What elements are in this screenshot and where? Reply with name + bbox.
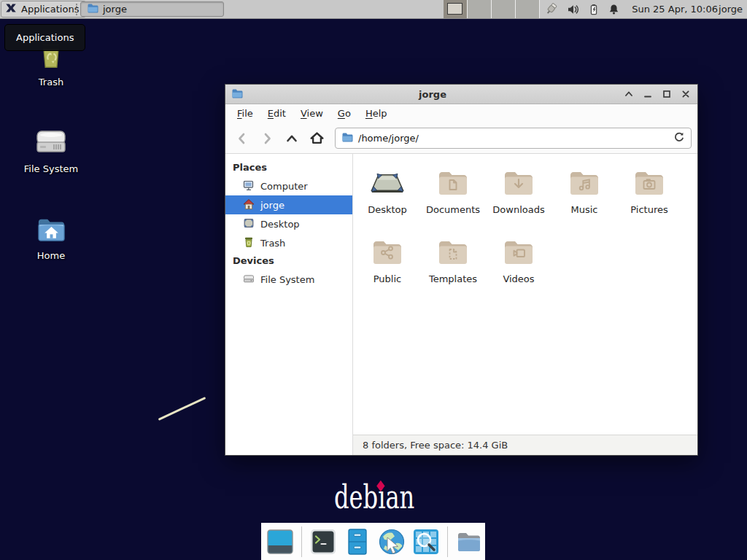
menu-go[interactable]: Go — [330, 104, 358, 123]
titlebar[interactable]: jorge — [225, 85, 697, 104]
file-label: Public — [374, 273, 401, 284]
file-public[interactable]: Public — [355, 235, 420, 284]
pictures-folder-icon — [616, 166, 682, 201]
desktop-icon-label: Home — [37, 250, 65, 261]
back-button[interactable] — [231, 128, 253, 149]
status-bar: 8 folders, Free space: 14.4 GiB — [353, 435, 697, 455]
battery-icon[interactable] — [588, 3, 600, 16]
file-label: Documents — [426, 204, 480, 215]
debian-logo-text: debian — [334, 478, 414, 516]
desktop: debian Trash File System — [0, 0, 747, 560]
templates-folder-icon — [420, 235, 486, 270]
close-button[interactable] — [679, 88, 692, 101]
sidebar-item-jorge[interactable]: jorge — [225, 195, 352, 214]
sidebar-item-label: Computer — [260, 181, 308, 192]
taskbar-window-label: jorge — [103, 4, 127, 15]
volume-icon[interactable] — [567, 3, 580, 16]
file-label: Pictures — [630, 204, 667, 215]
path-bar[interactable]: /home/jorge/ — [335, 128, 692, 149]
stray-line-artifact — [158, 397, 206, 421]
music-folder-icon — [551, 166, 617, 201]
maximize-button[interactable] — [660, 88, 673, 101]
applications-tooltip: Applications — [4, 24, 85, 51]
debian-wallpaper-logo: debian — [334, 478, 414, 516]
dock-separator — [447, 526, 448, 557]
sidebar: Places Computer jorge Desktop Trash — [225, 154, 353, 455]
panel-handle[interactable] — [76, 4, 77, 15]
sidebar-devices-header: Devices — [225, 252, 352, 270]
shade-button[interactable] — [622, 88, 635, 101]
minimize-button[interactable] — [641, 88, 654, 101]
file-desktop[interactable]: Desktop — [355, 166, 420, 215]
videos-folder-icon — [486, 235, 551, 270]
trash-icon — [243, 236, 255, 250]
workspace-3[interactable] — [492, 0, 516, 18]
sidebar-item-label: Desktop — [260, 219, 300, 230]
workspace-4[interactable] — [516, 0, 540, 18]
system-tray — [544, 0, 620, 18]
terminal-icon[interactable] — [309, 527, 338, 556]
desktop-icon-label: File System — [24, 163, 78, 174]
file-pictures[interactable]: Pictures — [616, 166, 682, 215]
sidebar-item-label: Trash — [260, 238, 285, 249]
main-pane: Desktop Documents Downloads — [353, 154, 697, 455]
sidebar-item-label: File System — [260, 274, 314, 285]
xfce-logo-icon — [4, 1, 18, 17]
menu-file[interactable]: File — [230, 104, 260, 123]
applications-label: Applications — [21, 4, 79, 15]
web-browser-icon[interactable] — [377, 527, 406, 556]
workspace-2[interactable] — [468, 0, 492, 18]
toolbar: /home/jorge/ — [225, 123, 697, 154]
window-content: Places Computer jorge Desktop Trash — [225, 154, 697, 455]
sidebar-item-computer[interactable]: Computer — [225, 176, 352, 195]
file-documents[interactable]: Documents — [420, 166, 486, 215]
file-music[interactable]: Music — [551, 166, 617, 215]
home-folder-icon — [20, 212, 82, 246]
menu-view[interactable]: View — [293, 104, 330, 123]
file-videos[interactable]: Videos — [486, 235, 551, 284]
forward-button[interactable] — [256, 128, 278, 149]
top-panel: Applications jorge — [0, 0, 747, 19]
downloads-folder-icon — [486, 166, 551, 201]
sidebar-item-label: jorge — [260, 200, 285, 211]
directory-menu-icon[interactable] — [454, 527, 484, 556]
sidebar-item-desktop[interactable]: Desktop — [225, 214, 352, 233]
desktop-icon — [243, 217, 255, 231]
file-templates[interactable]: Templates — [420, 235, 486, 284]
hard-drive-icon — [243, 273, 255, 287]
file-label: Desktop — [368, 204, 407, 215]
workspace-window-preview — [447, 3, 462, 15]
menu-help[interactable]: Help — [358, 104, 395, 123]
user-home-icon — [243, 198, 255, 212]
file-grid: Desktop Documents Downloads — [353, 154, 697, 435]
clock[interactable]: Sun 25 Apr, 10:06 — [632, 0, 718, 18]
file-label: Templates — [429, 273, 477, 284]
reload-icon[interactable] — [673, 131, 685, 145]
desktop-icon-file-system[interactable]: File System — [20, 125, 82, 174]
power-adapter-icon[interactable] — [544, 2, 559, 17]
workspace-1[interactable] — [444, 0, 468, 18]
menu-edit[interactable]: Edit — [260, 104, 293, 123]
home-button[interactable] — [306, 128, 328, 149]
public-folder-icon — [355, 235, 420, 270]
application-finder-icon[interactable] — [411, 527, 441, 556]
computer-icon — [243, 179, 255, 193]
dock-panel — [261, 523, 485, 560]
up-button[interactable] — [281, 128, 303, 149]
path-folder-icon — [341, 131, 353, 145]
window-controls — [622, 88, 692, 101]
dock-separator — [301, 526, 302, 557]
sidebar-places-header: Places — [225, 159, 352, 176]
desktop-folder-icon — [355, 166, 420, 201]
taskbar-window-button[interactable]: jorge — [80, 1, 224, 17]
file-downloads[interactable]: Downloads — [486, 166, 551, 215]
applications-menu-button[interactable]: Applications — [1, 1, 86, 18]
desktop-icon-home[interactable]: Home — [20, 212, 82, 261]
sidebar-item-trash[interactable]: Trash — [225, 233, 352, 252]
file-cabinet-icon[interactable] — [343, 527, 372, 556]
session-user-button[interactable]: jorge — [719, 0, 743, 18]
sidebar-item-file-system[interactable]: File System — [225, 270, 352, 289]
show-desktop-icon[interactable] — [266, 527, 295, 556]
path-text: /home/jorge/ — [358, 133, 668, 144]
notifications-icon[interactable] — [608, 3, 620, 16]
